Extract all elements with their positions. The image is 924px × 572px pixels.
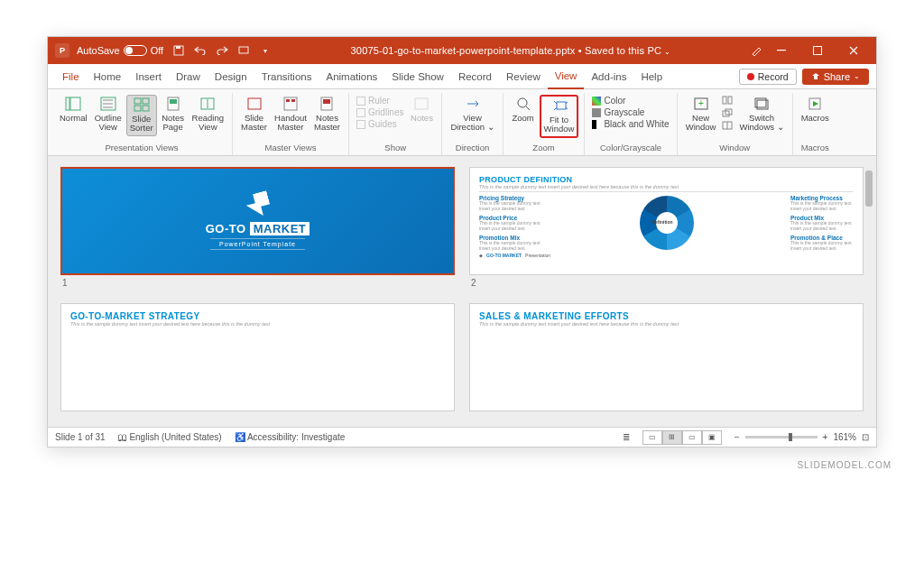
slide2-footer: ◆ GO-TO MARKET Presentation bbox=[479, 253, 854, 258]
cascade-icon bbox=[722, 108, 733, 117]
switch-windows-button[interactable]: SwitchWindows ⌄ bbox=[736, 95, 786, 134]
tab-animations[interactable]: Animations bbox=[319, 64, 384, 89]
bw-button[interactable]: Black and White bbox=[590, 118, 670, 130]
save-icon[interactable] bbox=[172, 44, 185, 57]
scrollbar-thumb[interactable] bbox=[865, 171, 873, 207]
tab-addins[interactable]: Add-ins bbox=[584, 64, 633, 89]
window-title: 30075-01-go-to-market-powerpoint-templat… bbox=[272, 45, 750, 56]
svg-marker-39 bbox=[813, 101, 818, 106]
guides-checkbox[interactable]: Guides bbox=[355, 118, 405, 130]
slide2-sub: This is the sample dummy text insert you… bbox=[479, 184, 854, 192]
grayscale-button[interactable]: Grayscale bbox=[590, 106, 670, 118]
slide4-heading: SALES & MARKETING EFFORTS bbox=[479, 311, 854, 321]
slide-sorter-button[interactable]: SlideSorter bbox=[126, 95, 157, 136]
minimize-button[interactable] bbox=[766, 40, 797, 61]
tab-transitions[interactable]: Transitions bbox=[254, 64, 319, 89]
zoom-control: − + 161% ⊡ bbox=[735, 432, 869, 442]
status-bar: Slide 1 of 31 🕮 English (United States) … bbox=[48, 427, 876, 447]
svg-rect-27 bbox=[557, 102, 566, 109]
powerpoint-window: P AutoSave Off ▾ 30075-01-go-to-market-p… bbox=[47, 36, 877, 447]
color-button[interactable]: Color bbox=[590, 95, 670, 106]
svg-rect-14 bbox=[143, 106, 149, 111]
tab-slideshow[interactable]: Slide Show bbox=[384, 64, 451, 89]
zoom-in[interactable]: + bbox=[823, 432, 828, 442]
tab-draw[interactable]: Draw bbox=[169, 64, 208, 89]
slide-thumb-2[interactable]: PRODUCT DEFINITION This is the sample du… bbox=[469, 167, 864, 292]
new-window-button[interactable]: +NewWindow bbox=[683, 95, 719, 134]
slide-thumb-4[interactable]: SALES & MARKETING EFFORTS This is the sa… bbox=[469, 303, 864, 416]
tab-insert[interactable]: Insert bbox=[128, 64, 169, 89]
tab-record[interactable]: Record bbox=[451, 64, 499, 89]
arrange-all-button[interactable] bbox=[720, 95, 735, 106]
tab-home[interactable]: Home bbox=[87, 64, 129, 89]
zoom-level[interactable]: 161% bbox=[833, 432, 856, 442]
slideshow-icon[interactable] bbox=[237, 44, 250, 57]
notes-page-icon bbox=[165, 97, 181, 111]
outline-view-button[interactable]: OutlineView bbox=[92, 95, 125, 134]
tab-view[interactable]: View bbox=[548, 64, 585, 89]
slide1-subtitle: PowerPoint Template bbox=[210, 238, 305, 250]
undo-icon[interactable] bbox=[194, 44, 207, 57]
maximize-button[interactable] bbox=[802, 40, 833, 61]
slide-thumb-1[interactable]: GO-TO MARKET PowerPoint Template 1 bbox=[60, 167, 455, 292]
svg-rect-20 bbox=[286, 99, 290, 102]
slide2-heading: PRODUCT DEFINITION bbox=[479, 175, 854, 184]
pen-icon[interactable] bbox=[750, 44, 762, 57]
notes-icon bbox=[413, 97, 430, 111]
accessibility[interactable]: ♿ Accessibility: Investigate bbox=[235, 432, 346, 442]
switch-icon bbox=[753, 97, 770, 111]
ruler-checkbox[interactable]: Ruler bbox=[355, 95, 405, 106]
svg-rect-24 bbox=[415, 98, 428, 109]
zoom-slider[interactable] bbox=[745, 436, 818, 438]
notes-page-button[interactable]: NotesPage bbox=[159, 95, 188, 134]
normal-view-btn[interactable]: ▭ bbox=[642, 430, 662, 445]
macros-icon bbox=[807, 97, 823, 111]
window-controls bbox=[766, 40, 869, 61]
move-split-button[interactable] bbox=[720, 120, 735, 131]
tab-design[interactable]: Design bbox=[208, 64, 254, 89]
gridlines-checkbox[interactable]: Gridlines bbox=[355, 106, 405, 118]
normal-button[interactable]: Normal bbox=[57, 95, 90, 125]
macros-button[interactable]: Macros bbox=[799, 95, 832, 125]
sorter-view-btn[interactable]: ⊞ bbox=[662, 430, 682, 445]
zoom-button[interactable]: Zoom bbox=[509, 95, 538, 125]
view-buttons: ▭ ⊞ ▭ ▣ bbox=[642, 430, 722, 445]
record-button[interactable]: Record bbox=[739, 69, 797, 85]
svg-rect-5 bbox=[66, 97, 69, 110]
svg-text:+: + bbox=[698, 98, 704, 108]
svg-rect-31 bbox=[728, 97, 732, 104]
slide-master-icon bbox=[246, 97, 263, 111]
donut-chart-icon: Definition bbox=[640, 196, 694, 250]
language[interactable]: 🕮 English (United States) bbox=[118, 432, 222, 442]
notes-toggle[interactable]: ≣ bbox=[623, 432, 630, 442]
slide-thumb-3[interactable]: GO-TO-MARKET STRATEGY This is the sample… bbox=[60, 303, 455, 416]
share-button[interactable]: Share⌄ bbox=[802, 69, 869, 85]
notes-button: Notes bbox=[407, 95, 436, 125]
tab-help[interactable]: Help bbox=[633, 64, 670, 89]
slideshow-view-btn[interactable]: ▣ bbox=[702, 430, 722, 445]
slide-counter[interactable]: Slide 1 of 31 bbox=[55, 432, 106, 442]
slide-4-canvas: SALES & MARKETING EFFORTS This is the sa… bbox=[469, 303, 864, 411]
close-button[interactable] bbox=[838, 40, 869, 61]
reading-view-button[interactable]: ReadingView bbox=[189, 95, 226, 134]
notes-master-button[interactable]: NotesMaster bbox=[311, 95, 343, 134]
autosave-toggle[interactable]: AutoSave Off bbox=[77, 45, 163, 56]
qat-customize-icon[interactable]: ▾ bbox=[259, 44, 272, 57]
tab-review[interactable]: Review bbox=[499, 64, 548, 89]
fit-button[interactable]: ⊡ bbox=[862, 432, 869, 442]
split-icon bbox=[722, 121, 733, 130]
handout-master-button[interactable]: HandoutMaster bbox=[272, 95, 310, 134]
reading-view-btn[interactable]: ▭ bbox=[682, 430, 702, 445]
vertical-scrollbar[interactable] bbox=[865, 167, 874, 416]
view-direction-button[interactable]: ViewDirection ⌄ bbox=[448, 95, 496, 134]
cascade-button[interactable] bbox=[720, 107, 735, 118]
redo-icon[interactable] bbox=[216, 44, 228, 57]
toggle-icon bbox=[124, 45, 147, 56]
tab-file[interactable]: File bbox=[55, 64, 87, 89]
checkbox-icon bbox=[356, 97, 365, 106]
zoom-out[interactable]: − bbox=[735, 432, 740, 442]
slide-sorter-area[interactable]: GO-TO MARKET PowerPoint Template 1 PRODU… bbox=[48, 156, 876, 427]
fit-to-window-button[interactable]: Fit toWindow bbox=[540, 95, 579, 138]
slide-master-button[interactable]: SlideMaster bbox=[238, 95, 270, 134]
svg-rect-16 bbox=[170, 99, 177, 104]
